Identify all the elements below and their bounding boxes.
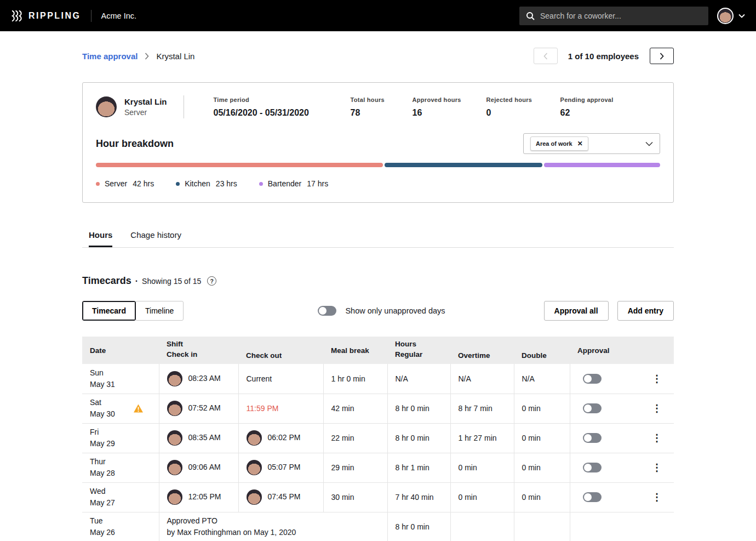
rippling-logo-icon	[11, 10, 23, 22]
approval-cell: ⋮	[570, 482, 674, 512]
kebab-menu-icon[interactable]: ⋮	[652, 374, 662, 384]
stat-time-period: Time period 05/16/2020 - 05/31/2020	[214, 96, 351, 118]
header-approval: Approval	[570, 337, 674, 364]
view-toggle-timecard[interactable]: Timecard	[82, 301, 136, 321]
meal-break-cell: 29 min	[323, 453, 387, 482]
overtime-cell: 8 hr 7 min	[450, 394, 514, 423]
table-header-row: Date Shift Check in Check out Meal break…	[82, 337, 674, 364]
time-approval-page: RIPPLING Acme Inc. Time approval Krystal…	[0, 0, 756, 541]
avatar	[167, 460, 182, 475]
unapproved-days-toggle-label: Show only unapproved days	[345, 306, 445, 315]
warning-icon[interactable]	[133, 404, 144, 413]
double-cell: N/A	[514, 364, 570, 394]
timecards-showing: Showing 15 of 15	[142, 277, 201, 286]
topbar-divider	[91, 10, 91, 22]
area-of-work-chip[interactable]: Area of work ✕	[530, 136, 588, 151]
prev-employee-button[interactable]	[534, 48, 558, 64]
avatar	[167, 401, 182, 416]
user-avatar[interactable]	[717, 8, 734, 24]
tab-change-history[interactable]: Chage history	[130, 230, 181, 247]
timecards-header: Timecards · Showing 15 of 15 ?	[82, 275, 674, 287]
check-out-cell: Current	[238, 364, 323, 394]
vertical-divider	[184, 95, 184, 118]
approval-all-button[interactable]: Approval all	[544, 301, 609, 321]
timecards-title: Timecards	[82, 275, 131, 287]
kebab-menu-icon[interactable]: ⋮	[652, 463, 662, 472]
date-cell: Sun May 31	[82, 364, 159, 394]
overtime-cell: N/A	[450, 364, 514, 394]
meal-break-cell: 22 min	[323, 423, 387, 453]
area-of-work-dropdown[interactable]: Area of work ✕	[523, 133, 660, 154]
approval-toggle[interactable]	[583, 492, 602, 502]
kebab-menu-icon[interactable]: ⋮	[652, 433, 662, 443]
check-in-cell: 08:35 AM	[159, 423, 238, 453]
legend-dot	[176, 182, 180, 186]
table-row: Sun May 31 08:23 AM Current 1 hr 0 min N…	[82, 364, 674, 394]
timecards-table: Date Shift Check in Check out Meal break…	[82, 337, 674, 541]
header-date: Date	[82, 337, 159, 364]
bar-segment-bartender	[544, 163, 660, 167]
avatar	[247, 460, 262, 475]
hours-stacked-bar	[96, 163, 660, 167]
table-row: Sat May 30 07:52 AM 11:59 PM 42 min 8 hr…	[82, 394, 674, 423]
chevron-right-icon	[145, 53, 149, 60]
employee-pager: 1 of 10 employees	[534, 48, 674, 64]
employee-name: Krystal Lin	[124, 97, 167, 106]
double-cell: 0 min	[514, 394, 570, 423]
kebab-menu-icon[interactable]: ⋮	[652, 403, 662, 413]
chevron-down-icon[interactable]	[645, 141, 653, 146]
approval-toggle[interactable]	[583, 403, 602, 413]
employee-role: Server	[124, 108, 167, 117]
header-meal-break: Meal break	[323, 337, 387, 364]
breadcrumb-link-time-approval[interactable]: Time approval	[82, 52, 138, 61]
date-cell: Thur May 28	[82, 453, 159, 482]
regular-hours-cell: N/A	[387, 364, 450, 394]
double-cell	[514, 512, 570, 541]
account-menu[interactable]	[717, 8, 745, 24]
double-cell: 0 min	[514, 423, 570, 453]
regular-hours-cell: 8 hr 0 min	[387, 423, 450, 453]
next-employee-button[interactable]	[650, 48, 674, 64]
header-overtime: Overtime	[450, 337, 514, 364]
table-row: Wed May 27 12:05 PM 07:45 PM 30 min 7 hr…	[82, 482, 674, 512]
approval-toggle[interactable]	[583, 463, 602, 472]
brand-name: RIPPLING	[28, 11, 81, 21]
topbar: RIPPLING Acme Inc.	[0, 0, 756, 31]
check-out-cell: 05:07 PM	[238, 453, 323, 482]
bar-segment-kitchen	[385, 163, 542, 167]
view-toggle-timeline[interactable]: Timeline	[135, 301, 184, 321]
add-entry-button[interactable]: Add entry	[617, 301, 674, 321]
header-double: Double	[514, 337, 570, 364]
profile-row: Krystal Lin Server Time period 05/16/202…	[96, 94, 660, 120]
approval-toggle[interactable]	[583, 433, 602, 443]
table-row: Fri May 29 08:35 AM 06:02 PM 22 min 8 hr…	[82, 423, 674, 453]
meal-break-cell: 1 hr 0 min	[323, 364, 387, 394]
stat-total-hours: Total hours 78	[351, 96, 413, 118]
overtime-cell: 0 min	[450, 453, 514, 482]
kebab-menu-icon[interactable]: ⋮	[652, 492, 662, 502]
header-shift-check-in: Shift Check in	[159, 337, 238, 364]
regular-hours-cell: 8 hr 0 min	[387, 512, 450, 541]
tab-bar: Hours Chage history	[82, 230, 674, 248]
approval-toggle[interactable]	[583, 374, 602, 384]
approval-cell: ⋮	[570, 394, 674, 423]
breadcrumb-row: Time approval Krystal Lin 1 of 10 employ…	[82, 48, 674, 64]
search-input[interactable]	[540, 12, 702, 20]
bar-legend: Server 42 hrs Kitchen 23 hrs Bartender 1…	[96, 179, 660, 188]
chevron-down-icon[interactable]	[738, 14, 745, 18]
unapproved-days-toggle[interactable]	[318, 306, 336, 316]
help-icon[interactable]: ?	[207, 276, 216, 286]
legend-item-server: Server 42 hrs	[96, 179, 154, 188]
meal-break-cell: 30 min	[323, 482, 387, 512]
approval-cell: ⋮	[570, 423, 674, 453]
legend-item-bartender: Bartender 17 hrs	[259, 179, 328, 188]
overtime-cell	[450, 512, 514, 541]
stat-pending-approval: Pending approval 62	[560, 96, 660, 118]
legend-item-kitchen: Kitchen 23 hrs	[176, 179, 237, 188]
avatar	[247, 489, 262, 505]
check-out-cell: 06:02 PM	[238, 423, 323, 453]
check-in-cell: 09:06 AM	[159, 453, 238, 482]
close-icon[interactable]: ✕	[577, 140, 583, 147]
tab-hours[interactable]: Hours	[89, 230, 112, 247]
coworker-search[interactable]	[519, 7, 708, 25]
